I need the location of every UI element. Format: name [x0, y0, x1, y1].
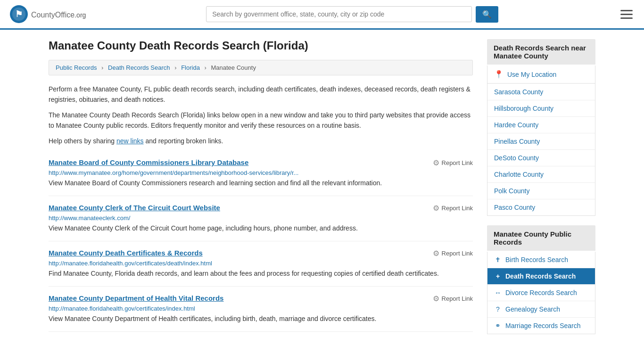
county-pinellas-link[interactable]: Pinellas County [487, 133, 595, 149]
nearby-header-text: Death Records Search near Manatee County [494, 44, 586, 60]
result-url-2[interactable]: http://manatee.floridahealth.gov/certifi… [49, 260, 473, 267]
public-records-header-text: Manatee County Public Records [494, 230, 571, 246]
county-pasco-link[interactable]: Pasco County [487, 199, 595, 215]
county-desoto[interactable]: DeSoto County [487, 150, 595, 166]
result-desc-0: View Manatee Board of County Commissione… [49, 178, 473, 188]
report-icon-0: ⚙ [433, 158, 439, 167]
result-item-0: Manatee Board of County Commissioners Li… [49, 151, 473, 196]
county-sarasota-link[interactable]: Sarasota County [487, 84, 595, 100]
county-polk[interactable]: Polk County [487, 183, 595, 199]
county-hardee[interactable]: Hardee County [487, 117, 595, 133]
result-item-2: Manatee County Death Certificates & Reco… [49, 241, 473, 287]
public-record-item-2[interactable]: ↔Divorce Records Search [487, 285, 595, 301]
county-pinellas[interactable]: Pinellas County [487, 133, 595, 150]
public-record-item-1[interactable]: +Death Records Search [487, 268, 595, 285]
report-link-2[interactable]: ⚙ Report Link [433, 249, 473, 258]
description-p3: Help others by sharing new links and rep… [49, 136, 473, 146]
county-hillsborough-link[interactable]: Hillsborough County [487, 100, 595, 116]
use-location-label: Use My Location [507, 71, 556, 78]
nearby-county-list: 📍 Use My Location Sarasota County Hillsb… [487, 66, 595, 216]
use-location-item[interactable]: 📍 Use My Location [487, 66, 595, 84]
result-title-1[interactable]: Manatee County Clerk of The Circuit Cour… [49, 204, 220, 212]
search-button[interactable]: 🔍 [476, 6, 498, 23]
county-pasco[interactable]: Pasco County [487, 199, 595, 215]
description-p3-suffix: and reporting broken links. [144, 137, 223, 145]
public-record-item-4[interactable]: ⚭Marriage Records Search [487, 318, 595, 334]
county-desoto-link[interactable]: DeSoto County [487, 150, 595, 166]
public-record-link-1[interactable]: +Death Records Search [487, 268, 595, 284]
public-record-link-2[interactable]: ↔Divorce Records Search [487, 285, 595, 301]
result-title-row-2: Manatee County Death Certificates & Reco… [49, 249, 473, 258]
result-desc-1: View Manatee County Clerk of the Circuit… [49, 223, 473, 233]
result-title-2[interactable]: Manatee County Death Certificates & Reco… [49, 249, 203, 257]
result-url-0[interactable]: http://www.mymanatee.org/home/government… [49, 169, 473, 176]
main-container: Manatee County Death Records Search (Flo… [39, 30, 605, 353]
result-item-3: Manatee County Department of Health Vita… [49, 287, 473, 332]
menu-line-1 [620, 10, 633, 11]
breadcrumb-sep-2: › [174, 64, 176, 71]
logo[interactable]: ⚑ CountyOffice.org [9, 5, 86, 24]
description-p2: The Manatee County Death Records Search … [49, 110, 473, 131]
public-record-link-4[interactable]: ⚭Marriage Records Search [487, 318, 595, 334]
public-record-icon-3: ? [494, 305, 502, 313]
county-hillsborough[interactable]: Hillsborough County [487, 100, 595, 117]
breadcrumb-sep-3: › [205, 64, 206, 71]
pin-icon: 📍 [494, 70, 504, 79]
report-link-3[interactable]: ⚙ Report Link [433, 294, 473, 303]
result-desc-3: View Manatee County Department of Health… [49, 314, 473, 324]
report-link-1[interactable]: ⚙ Report Link [433, 204, 473, 213]
result-item-1: Manatee County Clerk of The Circuit Cour… [49, 196, 473, 241]
county-charlotte[interactable]: Charlotte County [487, 166, 595, 183]
public-records-header: Manatee County Public Records [487, 225, 595, 251]
breadcrumb-public-records[interactable]: Public Records [56, 64, 97, 71]
results-list: Manatee Board of County Commissioners Li… [49, 151, 473, 332]
description-p3-prefix: Help others by sharing [49, 137, 116, 145]
nearby-header: Death Records Search near Manatee County [487, 39, 595, 65]
breadcrumb: Public Records › Death Records Search › … [49, 60, 473, 75]
breadcrumb-sep-1: › [101, 64, 103, 71]
result-title-row-0: Manatee Board of County Commissioners Li… [49, 158, 473, 167]
public-record-link-3[interactable]: ?Genealogy Search [487, 301, 595, 317]
logo-icon: ⚑ [9, 5, 28, 24]
page-title: Manatee County Death Records Search (Flo… [49, 39, 473, 52]
description-p1: Perform a free Manatee County, FL public… [49, 84, 473, 105]
sidebar: Death Records Search near Manatee County… [487, 39, 595, 344]
nearby-section: Death Records Search near Manatee County… [487, 39, 595, 216]
public-records-list: ✝Birth Records Search+Death Records Sear… [487, 252, 595, 334]
hamburger-menu-button[interactable] [619, 8, 635, 21]
result-desc-2: Find Manatee County, Florida death recor… [49, 269, 473, 279]
svg-text:⚑: ⚑ [15, 9, 23, 19]
result-url-1[interactable]: http://www.manateeclerk.com/ [49, 214, 473, 222]
public-record-item-3[interactable]: ?Genealogy Search [487, 301, 595, 318]
result-title-3[interactable]: Manatee County Department of Health Vita… [49, 294, 223, 302]
public-record-link-0[interactable]: ✝Birth Records Search [487, 252, 595, 268]
main-content: Manatee County Death Records Search (Flo… [49, 39, 473, 344]
logo-suffix: .org [74, 11, 86, 19]
breadcrumb-florida[interactable]: Florida [181, 64, 200, 71]
report-link-0[interactable]: ⚙ Report Link [433, 158, 473, 167]
menu-line-3 [620, 17, 633, 19]
use-location-button[interactable]: 📍 Use My Location [487, 66, 595, 83]
county-hardee-link[interactable]: Hardee County [487, 117, 595, 133]
public-record-icon-1: + [494, 272, 502, 280]
public-record-icon-2: ↔ [494, 289, 502, 296]
breadcrumb-death-records-search[interactable]: Death Records Search [108, 64, 170, 71]
public-record-item-0[interactable]: ✝Birth Records Search [487, 252, 595, 268]
report-icon-3: ⚙ [433, 294, 439, 303]
logo-name: CountyOffice [31, 11, 74, 19]
search-icon: 🔍 [482, 10, 492, 18]
search-input[interactable] [206, 6, 472, 22]
public-record-icon-4: ⚭ [494, 322, 502, 329]
county-polk-link[interactable]: Polk County [487, 183, 595, 199]
public-records-section: Manatee County Public Records ✝Birth Rec… [487, 225, 595, 334]
result-title-row-1: Manatee County Clerk of The Circuit Cour… [49, 204, 473, 213]
county-charlotte-link[interactable]: Charlotte County [487, 166, 595, 182]
result-title-0[interactable]: Manatee Board of County Commissioners Li… [49, 158, 248, 166]
county-sarasota[interactable]: Sarasota County [487, 84, 595, 100]
logo-text: CountyOffice.org [31, 9, 86, 20]
search-area: 🔍 [206, 6, 498, 23]
report-icon-2: ⚙ [433, 249, 439, 258]
new-links-link[interactable]: new links [116, 137, 144, 145]
result-url-3[interactable]: http://manatee.floridahealth.gov/certifi… [49, 305, 473, 312]
site-header: ⚑ CountyOffice.org 🔍 [0, 0, 644, 30]
